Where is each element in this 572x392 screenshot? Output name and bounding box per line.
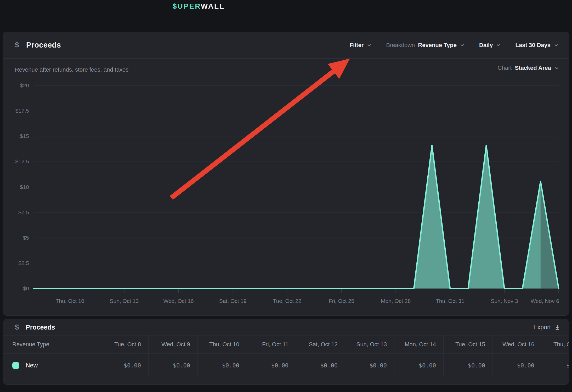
series-color-swatch bbox=[12, 362, 19, 369]
revenue-type-column-header: Revenue Type bbox=[3, 336, 99, 353]
date-column-header: Mon, Oct 14 bbox=[394, 336, 443, 353]
download-icon bbox=[554, 325, 560, 330]
date-column-header: Tue, Oct 15 bbox=[443, 336, 492, 353]
date-column-header: Fri, Oct 11 bbox=[247, 336, 296, 353]
value-cell: $0.00 bbox=[148, 354, 197, 377]
export-button[interactable]: Export bbox=[534, 324, 560, 331]
value-cell: $0.00 bbox=[492, 354, 542, 377]
filter-label: Filter bbox=[349, 42, 364, 49]
y-axis-label: $0 bbox=[3, 285, 29, 292]
granularity-dropdown[interactable]: Daily bbox=[479, 42, 501, 49]
export-label: Export bbox=[534, 324, 551, 331]
x-axis-label: Thu, Oct 31 bbox=[428, 297, 472, 305]
date-column-header: Tue, Oct 8 bbox=[99, 336, 148, 353]
table-panel-header: $ Proceeds Export bbox=[3, 319, 569, 336]
divider bbox=[379, 40, 379, 50]
date-column-header: Thu, Oct 10 bbox=[197, 336, 247, 353]
table-panel-title: Proceeds bbox=[26, 324, 55, 331]
table-header-row: Revenue Type Tue, Oct 8Wed, Oct 9Thu, Oc… bbox=[3, 336, 569, 354]
x-axis-label: Thu, Oct 10 bbox=[48, 297, 92, 305]
breakdown-value: Revenue Type bbox=[418, 42, 457, 49]
chevron-down-icon bbox=[554, 66, 559, 71]
chevron-down-icon bbox=[496, 43, 501, 48]
logo-prefix: $UPER bbox=[173, 2, 201, 10]
logo-suffix: WALL bbox=[201, 2, 225, 10]
value-cell: $0.00 bbox=[197, 354, 247, 377]
value-cell: $0.00 bbox=[247, 354, 296, 377]
y-axis-label: $12.5 bbox=[3, 158, 29, 165]
y-axis-label: $7.5 bbox=[3, 209, 29, 216]
chart-controls: Filter Breakdown Revenue Type Daily Last… bbox=[349, 40, 559, 50]
breakdown-label: Breakdown bbox=[386, 42, 415, 49]
value-cell: $0.00 bbox=[296, 354, 345, 377]
proceeds-table-panel: $ Proceeds Export Revenue Type Tue, Oct … bbox=[3, 319, 569, 385]
y-axis-label: $20 bbox=[3, 82, 29, 89]
stacked-area-chart bbox=[34, 85, 559, 295]
chart-subtitle: Revenue after refunds, store fees, and t… bbox=[15, 66, 128, 73]
x-axis-label: Mon, Oct 28 bbox=[373, 297, 418, 305]
value-cell: $0.00 bbox=[345, 354, 394, 377]
breakdown-dropdown[interactable]: Breakdown Revenue Type bbox=[386, 42, 465, 49]
table-body: New$0.00$0.00$0.00$0.00$0.00$0.00$0.00$0… bbox=[3, 354, 569, 377]
granularity-value: Daily bbox=[479, 42, 493, 49]
row-label: New bbox=[26, 362, 38, 369]
app-logo[interactable]: $UPERWALL bbox=[173, 2, 225, 10]
date-range-value: Last 30 Days bbox=[515, 42, 551, 49]
chart-type-label: Chart bbox=[498, 65, 512, 71]
chart-type-dropdown[interactable]: Chart Stacked Area bbox=[498, 65, 559, 71]
x-axis-label: Fri, Oct 25 bbox=[319, 297, 364, 305]
y-axis-label: $5 bbox=[3, 234, 29, 241]
x-axis-label: Tue, Oct 22 bbox=[265, 297, 309, 305]
divider bbox=[508, 40, 508, 50]
x-axis-label: Sun, Oct 13 bbox=[102, 297, 146, 305]
dollar-icon: $ bbox=[15, 41, 19, 49]
y-axis-label: $10 bbox=[3, 183, 29, 191]
chart-type-value: Stacked Area bbox=[515, 65, 551, 71]
y-axis-label: $2.5 bbox=[3, 260, 29, 267]
x-axis-label: Wed, Oct 16 bbox=[156, 297, 201, 305]
date-column-header: Sun, Oct 13 bbox=[345, 336, 394, 353]
chevron-down-icon bbox=[554, 43, 559, 48]
x-axis-label: Wed, Nov 6 bbox=[516, 297, 559, 305]
dollar-icon: $ bbox=[15, 323, 19, 331]
x-axis-label: Sat, Oct 19 bbox=[211, 297, 255, 305]
value-cell: $0.00 bbox=[394, 354, 443, 377]
value-cell: $0.00 bbox=[542, 354, 569, 377]
value-cell: $0.00 bbox=[443, 354, 492, 377]
date-column-header: Wed, Oct 9 bbox=[148, 336, 197, 353]
date-column-header: Sat, Oct 12 bbox=[296, 336, 345, 353]
filter-dropdown[interactable]: Filter bbox=[349, 42, 372, 49]
date-column-header: Thu, Oct 17 bbox=[542, 336, 569, 353]
proceeds-chart-panel: $ Proceeds Filter Breakdown Revenue Type… bbox=[3, 32, 569, 316]
table-row: New$0.00$0.00$0.00$0.00$0.00$0.00$0.00$0… bbox=[3, 354, 569, 377]
date-range-dropdown[interactable]: Last 30 Days bbox=[515, 42, 559, 49]
value-cell: $0.00 bbox=[99, 354, 148, 377]
chevron-down-icon bbox=[367, 43, 372, 48]
chevron-down-icon bbox=[460, 43, 465, 48]
divider bbox=[472, 40, 472, 50]
y-axis-label: $17.5 bbox=[3, 107, 29, 114]
y-axis-label: $15 bbox=[3, 132, 29, 140]
chart-panel-title: Proceeds bbox=[26, 41, 61, 49]
date-column-header: Wed, Oct 16 bbox=[492, 336, 542, 353]
chart-panel-header: $ Proceeds Filter Breakdown Revenue Type… bbox=[3, 32, 569, 59]
